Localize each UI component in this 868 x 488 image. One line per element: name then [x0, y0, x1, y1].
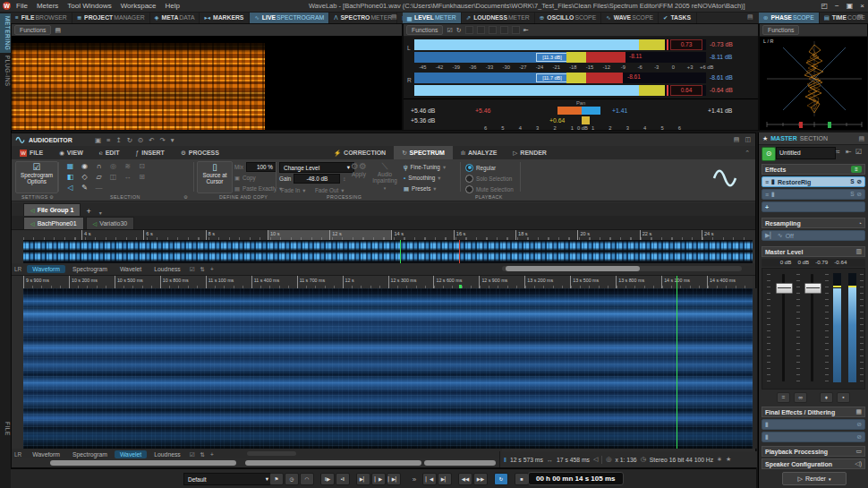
ribbon-tab-correction[interactable]: ⚡ CORRECTION — [326, 146, 394, 159]
chain-icon[interactable]: ∞ — [794, 392, 807, 403]
ribbon-tab-edit[interactable]: ℮ EDIT — [91, 146, 128, 159]
final-effects-header[interactable]: Final Effects / Dithering ▦ — [762, 407, 865, 417]
tab-spectrometer[interactable]: Λ SPECTROMETER — [329, 12, 397, 23]
marker-button[interactable]: ⚑ — [269, 473, 284, 485]
asterisk-icon[interactable]: ∗ — [717, 456, 722, 463]
view-tab-spectrogram[interactable]: Spectrogram — [67, 450, 113, 458]
tab-phase-scope[interactable]: ⊛ PHASESCOPE — [759, 12, 820, 23]
zoom-factor[interactable]: x 1: 136 — [615, 457, 636, 463]
mix-input[interactable]: 100 % — [246, 162, 277, 172]
add-view-icon[interactable]: + — [208, 266, 216, 272]
mono-icon[interactable]: ♦ — [820, 392, 833, 403]
menu-icon[interactable]: ≡ — [106, 136, 110, 144]
master-level-header[interactable]: Master Level ▥ — [762, 246, 865, 257]
ribbon-tab-render[interactable]: ▷ RENDER — [505, 146, 555, 159]
strip-tab-metering[interactable]: METERING — [0, 13, 11, 53]
meter-mode-icon[interactable] — [477, 26, 485, 34]
bypass-icon[interactable]: ≈ — [836, 148, 839, 156]
playback-processing-header[interactable]: Playback Processing ▭ — [762, 446, 865, 457]
time-display[interactable]: 00 h 00 mn 14 s 105 ms — [528, 472, 624, 485]
spinner-icon[interactable]: ↕ — [343, 176, 345, 182]
speaker-configuration-header[interactable]: Speaker Configuration ◁) — [762, 458, 865, 469]
view-tab-loudness[interactable]: Loudness — [149, 265, 185, 273]
add-effect-slot[interactable]: + — [762, 201, 865, 212]
grid-icon[interactable]: ⊞ — [135, 172, 149, 182]
fade-out-button[interactable]: Fade Out▾ — [315, 185, 344, 194]
layout-icon[interactable]: ▤ — [55, 27, 61, 34]
refresh-icon[interactable]: ↻ — [127, 136, 132, 144]
channel-mode-label[interactable]: LR — [14, 451, 21, 458]
functions-menu[interactable]: Functions — [14, 25, 51, 35]
scrollbar-thumb[interactable] — [245, 460, 421, 466]
effects-header[interactable]: Effects ≡ — [762, 164, 865, 175]
group-gear-icon[interactable]: ⚙ — [49, 194, 54, 200]
group-gear-icon[interactable]: ⚙ — [183, 194, 188, 200]
view-tab-waveform[interactable]: Waveform — [27, 265, 65, 273]
ribbon-tab-analyze[interactable]: ılı ANALYZE — [453, 146, 505, 159]
final-effect-slot[interactable]: ▮ ⊘ — [762, 432, 865, 442]
tab-live-spectrogram[interactable]: ∿ LIVESPECTROGRAM — [250, 12, 329, 23]
menu-item[interactable]: Meters — [37, 2, 58, 10]
panel-layout-icon[interactable]: ▤ — [734, 136, 740, 143]
view-tab-wavelet[interactable]: Wavelet — [115, 450, 147, 458]
final-effect-slot[interactable]: ▮ ⊘ — [762, 419, 865, 430]
meter-mode-icon[interactable] — [512, 26, 520, 34]
tab-oscilloscope[interactable]: ⊕ OSCILLOSCOPE — [535, 12, 601, 23]
half-select-icon[interactable]: ◧ — [64, 172, 77, 182]
dock-menu-icon[interactable]: ▤ — [857, 13, 864, 21]
copy-button[interactable]: ▣Copy — [234, 173, 256, 182]
skew-select-icon[interactable]: ▱ — [92, 172, 106, 182]
redo-icon[interactable]: ↷ — [160, 136, 166, 144]
dock-menu-icon[interactable]: ▤ — [391, 13, 397, 21]
overview-waveform[interactable] — [23, 240, 753, 263]
functions-menu[interactable]: Functions — [762, 25, 799, 35]
add-view-icon[interactable]: + — [208, 451, 216, 458]
minimize-icon[interactable]: − — [835, 2, 839, 10]
spectrogram-options-button[interactable]: ☑ Spectrogram Options — [15, 161, 58, 193]
dock-menu-icon[interactable]: ▤ — [747, 13, 753, 21]
master-power-button[interactable]: ⊙ — [762, 147, 776, 161]
swap-icon[interactable]: ⇅ — [199, 266, 207, 273]
stop-anchor-button[interactable]: ▪‖ — [336, 473, 350, 485]
view-tab-waveform[interactable]: Waveform — [27, 450, 65, 458]
pencil-icon[interactable]: ✎ — [78, 183, 91, 193]
restore-icon[interactable]: ▣ — [847, 2, 854, 10]
effect-slot-empty[interactable]: ≡ ▮ S⊘ — [762, 189, 865, 200]
menu-item[interactable]: Tool Windows — [67, 2, 111, 10]
tab-wavescope[interactable]: ∿ WAVESCOPE — [601, 12, 659, 23]
file-tab-variatio30[interactable]: ◁ Variatio30 — [86, 217, 135, 229]
audio-inpainting-button[interactable]: ⟍ Audio Inpainting ▾ — [371, 161, 398, 192]
resampling-header[interactable]: Resampling ◔ — [762, 218, 865, 228]
functions-menu[interactable]: Functions — [406, 25, 443, 35]
menu-item[interactable]: File — [16, 2, 28, 10]
resampling-slot[interactable]: ▶▏ ∿ Off — [762, 230, 865, 241]
chevron-down-icon[interactable]: ▾ — [97, 210, 105, 216]
view-tab-wavelet[interactable]: Wavelet — [115, 265, 147, 273]
line-tool-icon[interactable]: — — [92, 183, 106, 193]
add-group-button[interactable]: + — [82, 207, 94, 216]
layout-icon[interactable]: ◰ — [821, 2, 829, 10]
lock-icon[interactable]: ▪ — [837, 392, 850, 403]
ribbon-tab-spectrum[interactable]: ↻ SPECTRUM — [394, 146, 453, 159]
tab-markers[interactable]: ▸◂ MARKERS — [200, 12, 250, 23]
bottom-scrollbar[interactable] — [12, 458, 499, 467]
ribbon-tab-view[interactable]: ◉ VIEW — [51, 146, 91, 159]
live-spectrogram-display[interactable] — [12, 36, 402, 130]
extend-icon[interactable]: ↔ — [121, 172, 134, 182]
circle-select-icon[interactable]: ◉ — [78, 161, 91, 171]
meter-mode-icon[interactable] — [489, 26, 497, 34]
workspace-icon[interactable]: ▣ — [95, 136, 101, 144]
gain-input[interactable]: -48.0 dB — [294, 174, 340, 184]
playback-solo-radio[interactable]: Solo Selection — [465, 174, 512, 183]
render-button[interactable]: ▷ Render ▾ — [782, 472, 847, 485]
audition-icon[interactable]: ◁ — [64, 183, 77, 193]
tab-loudness-meter[interactable]: ⇗ LOUDNESSMETER — [462, 12, 535, 23]
tab-tasks[interactable]: ✔ TASKS — [659, 12, 697, 23]
rewind-button[interactable]: ◀◀ — [458, 473, 472, 485]
dropdown-icon[interactable]: ▾ — [171, 136, 174, 144]
time-selection-icon[interactable]: ▦ — [64, 161, 77, 171]
channel-mode-label[interactable]: LR — [14, 266, 21, 272]
apply-button[interactable]: ⚙⚙ Apply — [349, 161, 369, 192]
go-to-start-button[interactable]: ▏◀ — [422, 473, 437, 485]
tab-project-manager[interactable]: ≣ PROJECTMANAGER — [72, 12, 150, 23]
